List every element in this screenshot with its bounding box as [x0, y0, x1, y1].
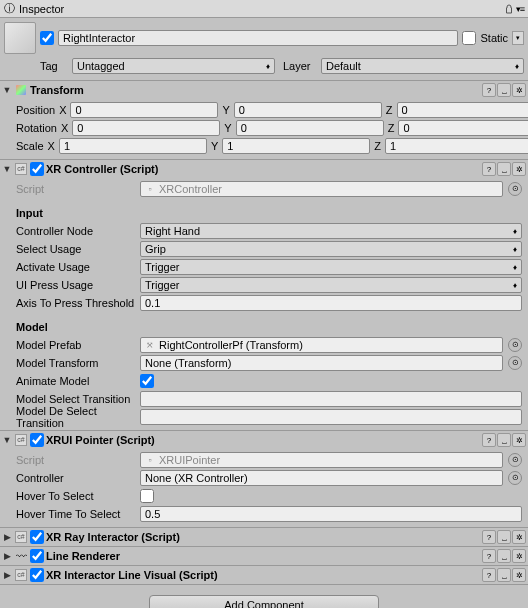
activate-usage-dropdown[interactable]: Trigger ♦	[140, 259, 522, 275]
transform-component: ▼ Transform ? ⎵ ✲ Position X Y Z Rotatio…	[0, 81, 528, 160]
preset-button[interactable]: ⎵	[497, 83, 511, 97]
foldout-closed-icon: ▶	[2, 570, 12, 580]
line-renderer-header[interactable]: ▶ 〰 Line Renderer ? ⎵ ✲	[0, 547, 528, 565]
gameobject-name-input[interactable]	[58, 30, 458, 46]
axis-threshold-label: Axis To Press Threshold	[6, 297, 136, 309]
help-button[interactable]: ?	[482, 83, 496, 97]
model-transform-field[interactable]: None (Transform)	[140, 355, 503, 371]
tab-menu-icon[interactable]: ▾≡	[516, 4, 524, 14]
lock-icon[interactable]	[504, 4, 514, 14]
axis-threshold-input[interactable]	[140, 295, 522, 311]
ui-press-usage-dropdown[interactable]: Trigger ♦	[140, 277, 522, 293]
controller-node-dropdown[interactable]: Right Hand ♦	[140, 223, 522, 239]
layer-dropdown[interactable]: Default ♦	[321, 58, 524, 74]
static-dropdown-icon[interactable]: ▾	[512, 31, 524, 45]
model-select-input[interactable]	[140, 391, 522, 407]
scale-label: Scale	[6, 140, 44, 152]
gear-icon[interactable]: ✲	[512, 530, 526, 544]
help-button[interactable]: ?	[482, 530, 496, 544]
controller-value: None (XR Controller)	[145, 472, 248, 484]
hover-time-input[interactable]	[140, 506, 522, 522]
position-x-input[interactable]	[70, 102, 218, 118]
xr-interactor-line-visual-header[interactable]: ▶ c# XR Interactor Line Visual (Script) …	[0, 566, 528, 584]
object-picker-icon[interactable]: ⊙	[508, 338, 522, 352]
gear-icon[interactable]: ✲	[512, 433, 526, 447]
active-checkbox[interactable]	[40, 31, 54, 45]
transform-title: Transform	[30, 84, 480, 96]
script-field: ▫ XRController	[140, 181, 503, 197]
scale-y-input[interactable]	[222, 138, 370, 154]
position-label: Position	[6, 104, 55, 116]
scale-x-input[interactable]	[59, 138, 207, 154]
foldout-closed-icon: ▶	[2, 551, 12, 561]
line-renderer-title: Line Renderer	[46, 550, 480, 562]
object-picker-icon[interactable]: ⊙	[508, 471, 522, 485]
select-usage-dropdown[interactable]: Grip ♦	[140, 241, 522, 257]
script-value: XRUIPointer	[159, 454, 220, 466]
activate-usage-label: Activate Usage	[6, 261, 136, 273]
x-label: X	[48, 140, 55, 152]
rotation-x-input[interactable]	[72, 120, 220, 136]
preset-button[interactable]: ⎵	[497, 549, 511, 563]
object-picker-icon[interactable]: ⊙	[508, 182, 522, 196]
rotation-y-input[interactable]	[236, 120, 384, 136]
model-deselect-input[interactable]	[140, 409, 522, 425]
tag-value: Untagged	[77, 60, 125, 72]
controller-field[interactable]: None (XR Controller)	[140, 470, 503, 486]
component-enable-checkbox[interactable]	[30, 162, 44, 176]
script-icon: c#	[14, 568, 28, 582]
hover-to-select-label: Hover To Select	[6, 490, 136, 502]
object-picker-icon[interactable]: ⊙	[508, 356, 522, 370]
rotation-z-input[interactable]	[398, 120, 528, 136]
y-label: Y	[222, 104, 229, 116]
foldout-open-icon: ▼	[2, 164, 12, 174]
component-enable-checkbox[interactable]	[30, 568, 44, 582]
model-prefab-field[interactable]: ⤧ RightControllerPf (Transform)	[140, 337, 503, 353]
transform-icon	[14, 83, 28, 97]
preset-button[interactable]: ⎵	[497, 568, 511, 582]
help-button[interactable]: ?	[482, 568, 496, 582]
inspector-title: Inspector	[19, 3, 64, 15]
animate-model-checkbox[interactable]	[140, 374, 154, 388]
help-button[interactable]: ?	[482, 549, 496, 563]
controller-node-value: Right Hand	[145, 225, 200, 237]
position-z-input[interactable]	[397, 102, 528, 118]
hover-to-select-checkbox[interactable]	[140, 489, 154, 503]
xrui-pointer-component: ▼ c# XRUI Pointer (Script) ? ⎵ ✲ Script …	[0, 431, 528, 528]
ui-press-usage-value: Trigger	[145, 279, 179, 291]
component-enable-checkbox[interactable]	[30, 549, 44, 563]
gear-icon[interactable]: ✲	[512, 568, 526, 582]
layer-label: Layer	[283, 60, 317, 72]
xr-controller-header[interactable]: ▼ c# XR Controller (Script) ? ⎵ ✲	[0, 160, 528, 178]
add-component-button[interactable]: Add Component	[149, 595, 379, 608]
model-deselect-label: Model De Select Transition	[6, 405, 136, 429]
xr-interactor-line-visual-title: XR Interactor Line Visual (Script)	[46, 569, 480, 581]
preset-button[interactable]: ⎵	[497, 162, 511, 176]
help-button[interactable]: ?	[482, 162, 496, 176]
position-y-input[interactable]	[234, 102, 382, 118]
line-renderer-component: ▶ 〰 Line Renderer ? ⎵ ✲	[0, 547, 528, 566]
preset-button[interactable]: ⎵	[497, 433, 511, 447]
line-renderer-icon: 〰	[14, 549, 28, 563]
static-checkbox[interactable]	[462, 31, 476, 45]
object-picker-icon[interactable]: ⊙	[508, 453, 522, 467]
help-button[interactable]: ?	[482, 433, 496, 447]
z-label: Z	[388, 122, 395, 134]
model-prefab-value: RightControllerPf (Transform)	[159, 339, 303, 351]
xrui-pointer-header[interactable]: ▼ c# XRUI Pointer (Script) ? ⎵ ✲	[0, 431, 528, 449]
gear-icon[interactable]: ✲	[512, 549, 526, 563]
transform-header[interactable]: ▼ Transform ? ⎵ ✲	[0, 81, 528, 99]
preset-button[interactable]: ⎵	[497, 530, 511, 544]
gameobject-icon[interactable]	[4, 22, 36, 54]
component-enable-checkbox[interactable]	[30, 530, 44, 544]
script-asset-icon: ▫	[145, 455, 155, 465]
script-label: Script	[6, 454, 136, 466]
scale-z-input[interactable]	[385, 138, 528, 154]
hover-time-label: Hover Time To Select	[6, 508, 136, 520]
tag-dropdown[interactable]: Untagged ♦	[72, 58, 275, 74]
tag-label: Tag	[40, 60, 68, 72]
gear-icon[interactable]: ✲	[512, 162, 526, 176]
gear-icon[interactable]: ✲	[512, 83, 526, 97]
component-enable-checkbox[interactable]	[30, 433, 44, 447]
xr-ray-interactor-header[interactable]: ▶ c# XR Ray Interactor (Script) ? ⎵ ✲	[0, 528, 528, 546]
